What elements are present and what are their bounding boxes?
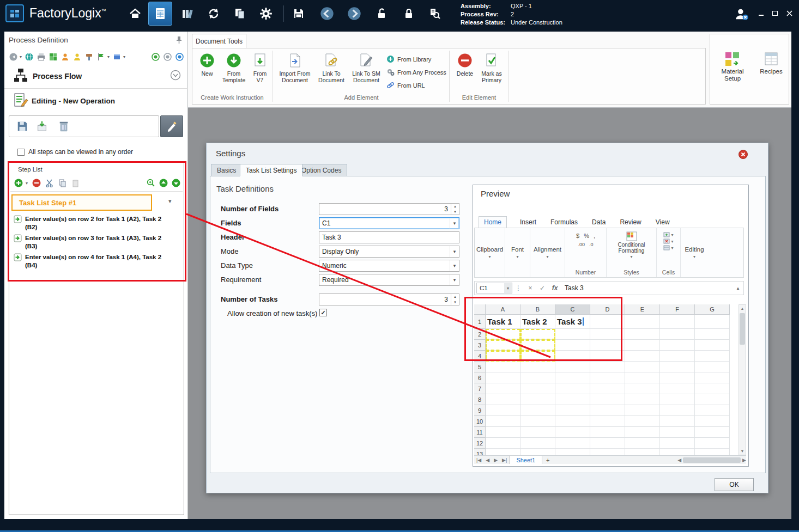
documents-button[interactable] bbox=[230, 4, 250, 23]
spin-up-icon[interactable]: ▲ bbox=[451, 294, 459, 299]
column-header-G[interactable]: G bbox=[695, 304, 730, 315]
collapse-formula-bar-icon[interactable]: ▴ bbox=[733, 285, 743, 291]
number-of-tasks-spinner[interactable]: 3 ▲▼ bbox=[319, 293, 459, 305]
cell-C12[interactable] bbox=[555, 438, 590, 449]
row-header-8[interactable]: 8 bbox=[474, 394, 486, 405]
material-setup-button[interactable]: Material Setup bbox=[715, 50, 750, 82]
row-header-10[interactable]: 10 bbox=[474, 416, 486, 427]
cell-F12[interactable] bbox=[660, 438, 695, 449]
cell-B3[interactable] bbox=[520, 340, 555, 351]
cell-C4[interactable] bbox=[555, 351, 590, 362]
data-type-dropdown[interactable]: Numeric ▾ bbox=[319, 260, 459, 272]
collapse-circle-icon[interactable] bbox=[170, 70, 181, 81]
cell-C8[interactable] bbox=[555, 394, 590, 405]
number-of-fields-spinner[interactable]: 3 ▲▼ bbox=[319, 203, 459, 215]
cell-F9[interactable] bbox=[660, 405, 695, 416]
clipboard-group-button[interactable]: Clipboard▾ bbox=[475, 228, 505, 277]
cell-C10[interactable] bbox=[555, 416, 590, 427]
cell-F8[interactable] bbox=[660, 394, 695, 405]
move-up-icon[interactable] bbox=[159, 179, 168, 188]
flag-icon[interactable] bbox=[96, 52, 106, 62]
cell-C2[interactable] bbox=[555, 329, 590, 340]
cell-B10[interactable] bbox=[520, 416, 555, 427]
cell-B12[interactable] bbox=[520, 438, 555, 449]
dropdown-arrow-icon[interactable]: ▾ bbox=[450, 274, 459, 285]
cell-A5[interactable] bbox=[486, 362, 520, 372]
scroll-up-icon[interactable]: ▲ bbox=[741, 305, 744, 312]
sheet-tab-sheet1[interactable]: Sheet1 bbox=[509, 456, 542, 464]
cell-G6[interactable] bbox=[695, 372, 730, 383]
recipes-button[interactable]: Recipes bbox=[756, 50, 786, 75]
paint-icon[interactable] bbox=[84, 52, 94, 62]
cell-A11[interactable] bbox=[486, 427, 520, 438]
row-header-9[interactable]: 9 bbox=[474, 405, 486, 416]
editing-group-button[interactable]: Editing▾ bbox=[681, 228, 708, 277]
process-flow-label[interactable]: Process Flow bbox=[33, 72, 82, 81]
insert-cells-button[interactable]: ▾ bbox=[663, 232, 673, 237]
lock-button[interactable] bbox=[399, 4, 419, 23]
cell-E8[interactable] bbox=[625, 394, 660, 405]
tab-option-codes[interactable]: Option Codes bbox=[295, 164, 347, 176]
zoom-step-icon[interactable] bbox=[146, 179, 155, 188]
row-header-2[interactable]: 2 bbox=[474, 329, 486, 340]
fields-dropdown[interactable]: C1 ▾ bbox=[319, 217, 459, 229]
step-item[interactable]: Enter value(s) on row 3 for Task 1 (A3),… bbox=[14, 234, 177, 250]
cell-G11[interactable] bbox=[695, 427, 730, 438]
confirm-entry-icon[interactable]: ✓ bbox=[536, 284, 548, 292]
tab-view[interactable]: View bbox=[655, 217, 671, 228]
sync-button[interactable] bbox=[204, 4, 223, 23]
selected-step-item[interactable]: Task List Step #1 bbox=[11, 194, 152, 211]
cell-G9[interactable] bbox=[695, 405, 730, 416]
scroll-right-icon[interactable]: ▶ bbox=[742, 457, 746, 463]
cell-D7[interactable] bbox=[590, 383, 625, 394]
tab-insert[interactable]: Insert bbox=[519, 217, 537, 228]
cell-F7[interactable] bbox=[660, 383, 695, 394]
increase-decimal-icon[interactable]: .00 bbox=[578, 242, 585, 247]
cell-A3[interactable] bbox=[486, 340, 520, 351]
step-item[interactable]: Enter value(s) on row 4 for Task 1 (A4),… bbox=[14, 253, 177, 270]
cell-C3[interactable] bbox=[555, 340, 590, 351]
cell-B1[interactable]: Task 2 bbox=[520, 315, 555, 329]
delete-cells-button[interactable]: ▾ bbox=[663, 239, 673, 244]
cell-C11[interactable] bbox=[555, 427, 590, 438]
first-sheet-icon[interactable]: |◀ bbox=[474, 457, 483, 463]
cell-G13[interactable] bbox=[695, 449, 730, 455]
cell-G2[interactable] bbox=[695, 329, 730, 340]
spinner-arrows[interactable]: ▲▼ bbox=[451, 294, 459, 305]
prev-sheet-icon[interactable]: ◀ bbox=[483, 457, 492, 463]
cell-A12[interactable] bbox=[486, 438, 520, 449]
cell-G1[interactable] bbox=[695, 315, 730, 329]
allow-new-tasks-checkbox[interactable]: ✓ bbox=[319, 309, 327, 316]
paste-icon[interactable] bbox=[71, 179, 80, 188]
tab-review[interactable]: Review bbox=[619, 217, 642, 228]
row-header-1[interactable]: 1 bbox=[474, 315, 486, 329]
cell-B11[interactable] bbox=[520, 427, 555, 438]
spin-down-icon[interactable]: ▼ bbox=[451, 299, 459, 305]
vertical-scroll-thumb[interactable] bbox=[740, 313, 745, 345]
vertical-scrollbar[interactable]: ▲ ▼ bbox=[739, 304, 746, 455]
column-header-F[interactable]: F bbox=[660, 304, 695, 315]
cell-D3[interactable] bbox=[590, 340, 625, 351]
cell-E5[interactable] bbox=[625, 362, 660, 372]
move-down-icon[interactable] bbox=[171, 179, 180, 188]
remove-step-icon[interactable] bbox=[32, 179, 41, 188]
column-header-A[interactable]: A bbox=[486, 304, 520, 315]
link-to-sm-document-button[interactable]: Link To SM Document bbox=[349, 52, 383, 83]
add-sheet-button[interactable]: + bbox=[542, 457, 553, 463]
cell-E7[interactable] bbox=[625, 383, 660, 394]
cell-C9[interactable] bbox=[555, 405, 590, 416]
row-header-7[interactable]: 7 bbox=[474, 383, 486, 394]
new-instruction-button[interactable]: New bbox=[197, 52, 217, 77]
scroll-left-icon[interactable]: ◀ bbox=[677, 457, 681, 463]
cell-C6[interactable] bbox=[555, 372, 590, 383]
copy-icon[interactable] bbox=[58, 179, 67, 188]
cell-E1[interactable] bbox=[625, 315, 660, 329]
row-header-4[interactable]: 4 bbox=[474, 351, 486, 362]
cell-B4[interactable] bbox=[520, 351, 555, 362]
operator-icon[interactable] bbox=[60, 52, 70, 62]
scroll-down-icon[interactable]: ▼ bbox=[741, 448, 744, 455]
cell-D4[interactable] bbox=[590, 351, 625, 362]
close-button[interactable] bbox=[784, 8, 795, 19]
tab-home[interactable]: Home bbox=[479, 216, 507, 228]
cell-F13[interactable] bbox=[660, 449, 695, 455]
